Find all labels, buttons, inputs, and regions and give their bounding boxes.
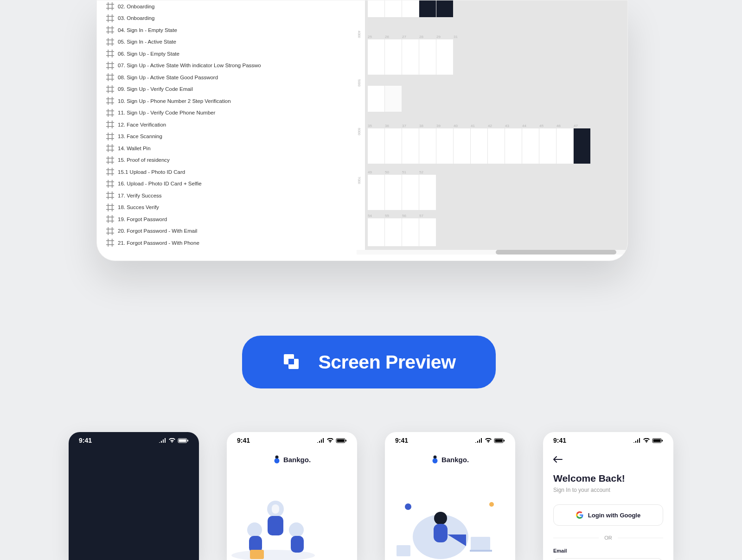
artboard-row: 54555657 [368, 218, 436, 246]
svg-rect-14 [268, 516, 283, 535]
layer-item[interactable]: 07. Sign Up - Active State With indicato… [103, 60, 261, 72]
layer-item[interactable]: 14. Wallet Pin [103, 142, 261, 154]
figma-preview-panel: 02. Onboarding03. Onboarding04. Sign In … [96, 0, 628, 261]
layer-label: 08. Sign Up - Active State Good Password [118, 75, 218, 80]
status-icons [159, 438, 189, 443]
layer-item[interactable]: 03. Onboarding [103, 13, 261, 25]
ruler-tick: 7000 [358, 177, 361, 184]
frame-icon [106, 180, 114, 188]
onboarding-illustration [385, 490, 515, 560]
status-icons [317, 438, 347, 443]
svg-rect-19 [250, 550, 264, 559]
layer-item[interactable]: 06. Sign Up - Empty State [103, 48, 261, 60]
layer-item[interactable]: 16. Upload - Photo ID Card + Selfie [103, 178, 261, 190]
arrow-left-icon [553, 456, 563, 463]
layer-item[interactable]: 13. Face Scanning [103, 131, 261, 143]
frame-icon [106, 156, 114, 164]
artboard-row: 252627282931 [368, 39, 470, 75]
layer-label: 12. Face Verification [118, 122, 166, 127]
scrollbar-thumb[interactable] [496, 250, 616, 255]
google-button-label: Login with Google [588, 512, 640, 519]
artboard-row: 35363738394041424344454647 [368, 128, 590, 164]
brand-icon [273, 455, 281, 464]
layer-item[interactable]: 15.1 Upload - Photo ID Card [103, 166, 261, 178]
layer-item[interactable]: 18. Succes Verify [103, 202, 261, 214]
svg-point-24 [432, 458, 437, 464]
layer-label: 15. Proof of residency [118, 157, 170, 163]
layer-item[interactable]: 12. Face Verification [103, 119, 261, 131]
artboard-row [368, 0, 453, 17]
layer-label: 20. Forgot Password - With Email [118, 228, 197, 234]
layer-item[interactable]: 20. Forgot Password - With Email [103, 225, 261, 237]
frame-icon [106, 239, 114, 247]
layer-label: 16. Upload - Photo ID Card + Selfie [118, 181, 202, 186]
svg-rect-5 [187, 439, 188, 441]
layer-label: 10. Sign Up - Phone Number 2 Step Verifi… [118, 98, 231, 104]
status-bar: 9:41 [385, 432, 515, 449]
figma-canvas[interactable]: 4000 5000 6000 7000 252627282931 3536373… [357, 0, 628, 251]
svg-rect-21 [495, 439, 503, 442]
layer-item[interactable]: 10. Sign Up - Phone Number 2 Step Verifi… [103, 95, 261, 107]
phone-sign-in: 9:41 Welcome Back! Sign In to your accou… [543, 432, 673, 560]
battery-icon [178, 438, 189, 443]
back-button[interactable] [553, 453, 663, 465]
artboard-row: 49505152 [368, 175, 436, 210]
layer-item[interactable]: 19. Forgot Password [103, 213, 261, 225]
layer-item[interactable]: 08. Sign Up - Active State Good Password [103, 71, 261, 83]
layer-label: 07. Sign Up - Active State With indicato… [118, 63, 261, 68]
layer-item[interactable]: 15. Proof of residency [103, 154, 261, 166]
layer-label: 15.1 Upload - Photo ID Card [118, 169, 185, 175]
svg-point-28 [434, 512, 447, 525]
layer-label: 04. Sign In - Empty State [118, 27, 177, 33]
frame-icon [106, 26, 114, 34]
ruler-tick: 6000 [358, 128, 361, 135]
svg-rect-34 [653, 439, 661, 442]
status-bar: 9:41 [69, 432, 199, 449]
google-icon [576, 511, 583, 519]
signal-icon [317, 438, 325, 443]
layer-label: 11. Sign Up - Verify Code Phone Number [118, 110, 215, 115]
layer-item[interactable]: 05. Sign In - Active State [103, 36, 261, 48]
layer-item[interactable]: 21. Forgot Password - With Phone [103, 237, 261, 249]
status-bar: 9:41 [227, 432, 357, 449]
email-input[interactable]: Email address [553, 558, 663, 560]
svg-rect-35 [662, 439, 663, 441]
login-google-button[interactable]: Login with Google [553, 504, 663, 526]
layer-label: 03. Onboarding [118, 15, 154, 21]
frame-icon [106, 97, 114, 105]
svg-rect-7 [337, 439, 345, 442]
vertical-ruler: 4000 5000 6000 7000 [357, 0, 365, 251]
frame-icon [106, 121, 114, 128]
status-time: 9:41 [553, 437, 566, 444]
screen-preview-button[interactable]: Screen Preview [242, 336, 496, 388]
frame-icon [106, 50, 114, 57]
layer-item[interactable]: 09. Sign Up - Verify Code Email [103, 83, 261, 95]
horizontal-scrollbar[interactable] [357, 250, 628, 255]
phone-onboarding-1: 9:41 Bankgo. [227, 432, 357, 560]
layer-item[interactable]: 02. Onboarding [103, 0, 261, 13]
phone-previews: 9:41 9:41 Bankgo. [69, 432, 673, 560]
frame-icon [106, 133, 114, 140]
layer-item[interactable]: 04. Sign In - Empty State [103, 24, 261, 36]
svg-point-25 [405, 503, 411, 510]
svg-point-9 [275, 456, 278, 459]
artboard-row [368, 86, 402, 112]
frame-icon [106, 73, 114, 81]
svg-rect-22 [504, 439, 505, 441]
status-time: 9:41 [237, 437, 250, 444]
or-text: OR [604, 535, 612, 541]
layer-item[interactable]: 11. Sign Up - Verify Code Phone Number [103, 107, 261, 119]
layer-label: 05. Sign In - Active State [118, 39, 176, 45]
svg-point-17 [289, 522, 304, 537]
svg-rect-2 [288, 359, 294, 364]
svg-rect-32 [397, 545, 410, 556]
svg-rect-18 [291, 536, 304, 553]
status-bar: 9:41 [543, 432, 673, 449]
brand-logo: Bankgo. [385, 455, 515, 464]
wifi-icon [326, 438, 334, 443]
svg-rect-13 [272, 504, 279, 514]
frame-icon [106, 109, 114, 117]
svg-rect-4 [179, 439, 186, 442]
layer-label: 09. Sign Up - Verify Code Email [118, 86, 193, 92]
layer-item[interactable]: 17. Verify Success [103, 190, 261, 202]
